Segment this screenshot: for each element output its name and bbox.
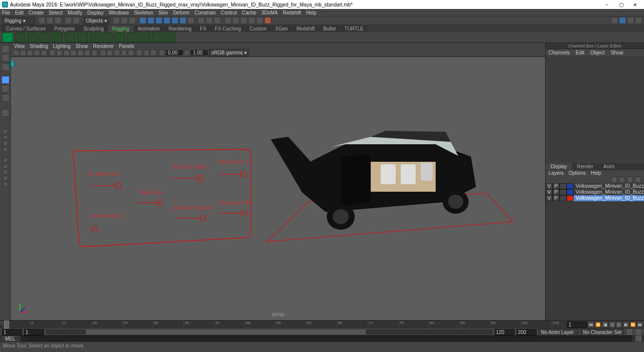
vp-gamma-icon[interactable] bbox=[184, 50, 190, 56]
vp-bookmark-icon[interactable] bbox=[27, 50, 33, 56]
layer-menu-layers[interactable]: Layers bbox=[549, 170, 564, 176]
vp-wireframe-icon[interactable] bbox=[100, 50, 106, 56]
vp-isolate-icon[interactable] bbox=[136, 50, 142, 56]
shelf-tab-curves-surfaces[interactable]: Curves / Surfaces bbox=[2, 25, 49, 32]
panel-layout-1-icon[interactable] bbox=[611, 17, 618, 24]
layout-persp-graph-icon[interactable] bbox=[3, 164, 8, 169]
workspace-dropdown[interactable]: Rigging ▾ bbox=[2, 17, 35, 24]
layout-two-stack-icon[interactable] bbox=[3, 147, 8, 152]
shelf-tool-13-icon[interactable] bbox=[152, 32, 163, 42]
vp-menu-renderer[interactable]: Renderer bbox=[93, 43, 114, 49]
channel-tab-show[interactable]: Show bbox=[611, 50, 623, 55]
save-scene-icon[interactable] bbox=[54, 17, 61, 24]
shelf-tool-8-icon[interactable] bbox=[89, 32, 100, 42]
channel-tab-edit[interactable]: Edit bbox=[576, 50, 584, 55]
playblast-icon[interactable] bbox=[264, 17, 271, 24]
layer-move-down-icon[interactable] bbox=[619, 177, 625, 183]
maximize-button[interactable]: ▢ bbox=[614, 0, 628, 8]
menu-3dxma[interactable]: 3DxMA bbox=[261, 10, 278, 15]
vp-film-gate-icon[interactable] bbox=[56, 50, 62, 56]
vp-res-gate-icon[interactable] bbox=[63, 50, 69, 56]
layer-type-toggle[interactable] bbox=[560, 189, 567, 195]
shelf-tool-3-icon[interactable] bbox=[27, 32, 38, 42]
range-handle[interactable] bbox=[86, 330, 366, 335]
vp-menu-panels[interactable]: Panels bbox=[119, 43, 134, 49]
go-start-icon[interactable]: ⏮ bbox=[588, 322, 594, 328]
go-end-icon[interactable]: ⏭ bbox=[637, 322, 643, 328]
construction-history-icon[interactable] bbox=[214, 17, 221, 24]
menu-display[interactable]: Display bbox=[87, 10, 104, 15]
snap-live-icon[interactable] bbox=[171, 17, 178, 24]
command-input[interactable] bbox=[21, 336, 632, 342]
viewport[interactable]: St. Wheel L/RWheel RotatorBack DoorSide … bbox=[11, 57, 545, 320]
shelf-tool-4-icon[interactable] bbox=[39, 32, 50, 42]
shelf-tool-11-icon[interactable] bbox=[127, 32, 138, 42]
rotate-tool-icon[interactable] bbox=[1, 85, 9, 93]
vp-gamma-value[interactable]: 1.00 bbox=[191, 50, 208, 55]
move-tool-icon[interactable] bbox=[1, 76, 9, 84]
channel-box-area[interactable] bbox=[546, 56, 644, 163]
render-view-icon[interactable] bbox=[256, 17, 263, 24]
layer-visible-toggle[interactable]: V bbox=[546, 195, 553, 201]
vp-2d-pan-icon[interactable] bbox=[41, 50, 47, 56]
layer-playback-toggle[interactable]: P bbox=[553, 189, 560, 195]
range-end-outer[interactable] bbox=[517, 329, 537, 336]
vp-exposure-value[interactable]: 0.00 bbox=[166, 50, 183, 55]
time-slider[interactable]: 1612182430364248546066727884909610210811… bbox=[0, 321, 644, 329]
selection-mode-dropdown[interactable]: Objects ▾ bbox=[83, 17, 109, 24]
play-forward-icon[interactable]: ▷ bbox=[616, 322, 622, 328]
menu-skin[interactable]: Skin bbox=[158, 10, 168, 15]
vp-safe-title-icon[interactable] bbox=[91, 50, 97, 56]
layout-script-icon[interactable] bbox=[3, 182, 8, 187]
last-tool-icon[interactable] bbox=[1, 109, 9, 117]
shelf-tool-6-icon[interactable] bbox=[64, 32, 75, 42]
vp-menu-lighting[interactable]: Lighting bbox=[53, 43, 70, 49]
range-slider[interactable] bbox=[46, 330, 493, 335]
scale-tool-icon[interactable] bbox=[1, 94, 9, 102]
range-start-outer[interactable] bbox=[2, 329, 22, 336]
make-live-icon[interactable] bbox=[187, 17, 194, 24]
paint-select-tool-icon[interactable] bbox=[1, 63, 9, 71]
shelf-tab-rendering[interactable]: Rendering bbox=[164, 25, 195, 32]
panel-layout-3-icon[interactable] bbox=[627, 17, 634, 24]
vp-menu-show[interactable]: Show bbox=[75, 43, 88, 49]
menu-redshift[interactable]: Redshift bbox=[283, 10, 301, 15]
step-forward-icon[interactable]: ▶ bbox=[623, 322, 629, 328]
shelf-tool-2-icon[interactable] bbox=[14, 32, 25, 42]
vp-gate-mask-icon[interactable] bbox=[70, 50, 76, 56]
cmd-lang-label[interactable]: MEL bbox=[2, 336, 18, 342]
select-by-object-icon[interactable] bbox=[121, 17, 128, 24]
shelf-tab-rigging[interactable]: Rigging bbox=[108, 25, 133, 32]
ipr-render-icon[interactable] bbox=[232, 17, 239, 24]
layout-four-icon[interactable] bbox=[3, 135, 8, 140]
snap-plane-icon[interactable] bbox=[163, 17, 170, 24]
vp-xray-icon[interactable] bbox=[143, 50, 149, 56]
layer-color-swatch[interactable] bbox=[567, 195, 574, 201]
snap-curve-icon[interactable] bbox=[147, 17, 154, 24]
panel-layout-4-icon[interactable] bbox=[635, 17, 642, 24]
undo-icon[interactable] bbox=[65, 17, 72, 24]
render-settings-icon[interactable] bbox=[240, 17, 247, 24]
set-key-icon[interactable] bbox=[635, 329, 642, 336]
render-frame-icon[interactable] bbox=[224, 17, 231, 24]
shelf-tool-9-icon[interactable] bbox=[102, 32, 113, 42]
step-forward-key-icon[interactable]: ⏩ bbox=[630, 322, 636, 328]
play-back-icon[interactable]: ◁ bbox=[609, 322, 615, 328]
layer-playback-toggle[interactable]: P bbox=[553, 195, 560, 201]
character-set-dropdown[interactable]: No Character Set bbox=[581, 329, 624, 336]
vp-grid-icon[interactable] bbox=[49, 50, 55, 56]
script-editor-icon[interactable] bbox=[635, 335, 642, 342]
menu-control[interactable]: Control bbox=[221, 10, 237, 15]
menu-modify[interactable]: Modify bbox=[67, 10, 82, 15]
snap-point-icon[interactable] bbox=[155, 17, 162, 24]
layer-tab-render[interactable]: Render bbox=[572, 163, 599, 170]
vp-menu-view[interactable]: View bbox=[14, 43, 25, 49]
panel-layout-2-icon[interactable] bbox=[619, 17, 626, 24]
vp-xray-joints-icon[interactable] bbox=[150, 50, 156, 56]
snap-grid-icon[interactable] bbox=[139, 17, 146, 24]
layer-new-empty-icon[interactable] bbox=[627, 177, 633, 183]
menu-edit[interactable]: Edit bbox=[15, 10, 23, 15]
vp-textured-icon[interactable] bbox=[114, 50, 120, 56]
menu-constrain[interactable]: Constrain bbox=[194, 10, 216, 15]
layer-type-toggle[interactable] bbox=[560, 195, 567, 201]
